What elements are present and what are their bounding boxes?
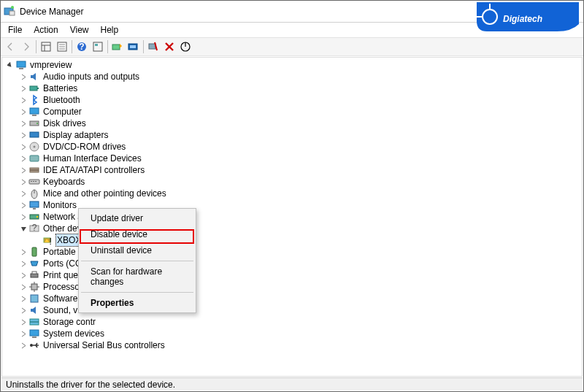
tree-category[interactable]: DVD/CD-ROM drives <box>20 141 582 153</box>
root-label: vmpreview <box>30 59 72 71</box>
expander-closed-icon[interactable] <box>20 318 28 326</box>
context-menu: Update driver Disable device Uninstall d… <box>78 208 196 313</box>
properties-button[interactable] <box>54 39 70 55</box>
tree-category[interactable]: Batteries <box>20 82 582 94</box>
help-button[interactable]: ? <box>74 39 90 55</box>
show-hide-tree-button[interactable] <box>38 39 54 55</box>
status-text: Uninstalls the driver for the selected d… <box>6 380 175 390</box>
context-scan-hardware[interactable]: Scan for hardware changes <box>80 264 194 290</box>
tree-category[interactable]: Universal Serial Bus controllers <box>20 339 582 351</box>
expander-closed-icon[interactable] <box>20 272 28 280</box>
svg-rect-12 <box>93 42 102 51</box>
category-icon <box>28 316 40 328</box>
enable-device-button[interactable] <box>177 39 193 55</box>
category-label: Computer <box>43 106 82 118</box>
tree-category[interactable]: Bluetooth <box>20 94 582 106</box>
expander-closed-icon[interactable] <box>20 260 28 268</box>
expander-closed-icon[interactable] <box>20 190 28 198</box>
tree-category[interactable]: System devices <box>20 328 582 339</box>
expander-open-icon[interactable] <box>20 225 28 233</box>
svg-point-61 <box>30 344 33 347</box>
menu-action[interactable]: Action <box>28 23 64 36</box>
disable-device-button[interactable] <box>145 39 161 55</box>
category-label: System devices <box>43 328 104 339</box>
svg-rect-21 <box>19 68 23 69</box>
svg-rect-22 <box>30 86 37 91</box>
expander-closed-icon[interactable] <box>20 96 28 104</box>
scan-hardware-button[interactable] <box>126 39 142 55</box>
expander-closed-icon[interactable] <box>20 178 28 186</box>
tree-category[interactable]: Storage contr <box>20 316 582 328</box>
svg-rect-20 <box>17 61 26 67</box>
svg-rect-56 <box>31 295 38 302</box>
category-label: Mice and other pointing devices <box>43 188 166 199</box>
expander-closed-icon[interactable] <box>20 85 28 93</box>
expander-closed-icon[interactable] <box>20 131 28 139</box>
expander-closed-icon[interactable] <box>20 143 28 151</box>
forward-button[interactable] <box>18 39 34 55</box>
expander-closed-icon[interactable] <box>20 213 28 221</box>
menu-help[interactable]: Help <box>95 23 125 36</box>
tree-category[interactable]: Audio inputs and outputs <box>20 71 582 82</box>
tree-category[interactable]: Display adapters <box>20 129 582 141</box>
expander-closed-icon[interactable] <box>20 166 28 174</box>
back-button[interactable] <box>2 39 18 55</box>
svg-rect-24 <box>30 108 39 114</box>
app-icon <box>4 6 15 18</box>
category-icon <box>28 118 40 129</box>
expander-closed-icon[interactable] <box>20 248 28 256</box>
context-separator <box>81 292 193 293</box>
toolbar-separator <box>72 40 72 53</box>
category-icon <box>28 153 40 164</box>
tree-category[interactable]: Disk drives <box>20 118 582 129</box>
uninstall-device-button[interactable] <box>161 39 177 55</box>
menu-file[interactable]: File <box>2 23 28 36</box>
warning-device-icon: ! <box>42 234 53 246</box>
expander-closed-icon[interactable] <box>20 330 28 338</box>
svg-point-30 <box>34 146 36 148</box>
category-icon <box>28 82 40 94</box>
expander-closed-icon[interactable] <box>20 120 28 128</box>
toolbar-separator <box>36 40 36 53</box>
tree-category[interactable]: Human Interface Devices <box>20 153 582 164</box>
svg-rect-17 <box>149 44 155 49</box>
svg-rect-43 <box>36 216 38 218</box>
tree-category[interactable]: Mice and other pointing devices <box>20 188 582 199</box>
action-icon-button[interactable] <box>90 39 106 55</box>
expander-none-icon <box>33 237 41 245</box>
expander-closed-icon[interactable] <box>20 283 28 291</box>
context-disable-device[interactable]: Disable device <box>80 226 194 242</box>
context-uninstall-device[interactable]: Uninstall device <box>80 242 194 258</box>
svg-rect-25 <box>32 115 36 116</box>
category-icon <box>28 94 40 106</box>
expander-closed-icon[interactable] <box>20 155 28 163</box>
context-properties[interactable]: Properties <box>80 295 194 311</box>
watermark-text: Digiatech <box>503 14 542 24</box>
expander-closed-icon[interactable] <box>20 73 28 81</box>
svg-text:!: ! <box>50 237 52 247</box>
menu-view[interactable]: View <box>64 23 95 36</box>
svg-rect-40 <box>30 201 39 207</box>
computer-icon <box>15 59 27 71</box>
tree-category[interactable]: Keyboards <box>20 176 582 188</box>
svg-rect-60 <box>32 337 36 338</box>
expander-closed-icon[interactable] <box>20 201 28 210</box>
update-driver-button[interactable] <box>110 39 126 55</box>
tree-root[interactable]: vmpreview <box>7 59 582 71</box>
context-update-driver[interactable]: Update driver <box>80 210 194 226</box>
expander-closed-icon[interactable] <box>20 342 28 350</box>
category-label: IDE ATA/ATAPI controllers <box>43 164 145 176</box>
expander-closed-icon[interactable] <box>20 307 28 315</box>
tree-category[interactable]: Computer <box>20 106 582 118</box>
svg-point-2 <box>11 6 14 9</box>
category-icon <box>28 164 40 176</box>
category-icon <box>28 269 40 281</box>
category-label: Audio inputs and outputs <box>43 71 139 82</box>
tree-category[interactable]: IDE ATA/ATAPI controllers <box>20 164 582 176</box>
category-icon <box>28 176 40 188</box>
category-icon <box>28 246 40 258</box>
expander-open-icon[interactable] <box>7 61 15 69</box>
category-label: Universal Serial Bus controllers <box>43 339 165 351</box>
expander-closed-icon[interactable] <box>20 108 28 116</box>
expander-closed-icon[interactable] <box>20 295 28 303</box>
